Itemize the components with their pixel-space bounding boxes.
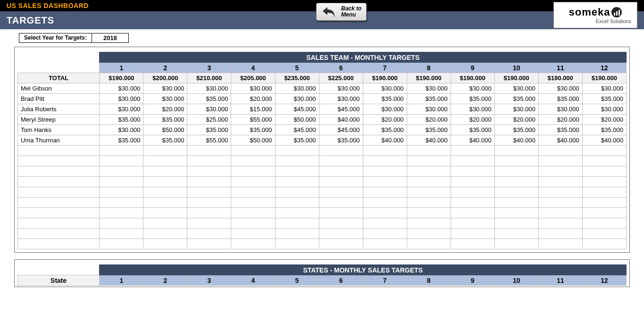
person-name-cell[interactable] [18,198,100,208]
target-cell[interactable] [582,239,626,249]
target-cell[interactable]: $40.000 [538,135,582,146]
target-cell[interactable]: $20.000 [143,104,187,115]
target-cell[interactable] [100,166,143,177]
target-cell[interactable] [538,239,582,249]
target-cell[interactable] [494,146,538,156]
person-name-cell[interactable]: Uma Thurman [18,135,100,146]
target-cell[interactable]: $15.000 [231,104,275,115]
target-cell[interactable]: $20.000 [231,94,275,104]
target-cell[interactable] [407,166,451,177]
target-cell[interactable] [275,187,319,198]
target-cell[interactable] [187,177,231,187]
person-name-cell[interactable] [18,239,100,249]
target-cell[interactable]: $30.000 [407,83,451,94]
target-cell[interactable] [363,239,407,249]
target-cell[interactable] [231,156,275,166]
person-name-cell[interactable] [18,229,100,239]
target-cell[interactable]: $30.000 [451,104,494,115]
target-cell[interactable] [275,239,319,249]
target-cell[interactable]: $30.000 [275,94,319,104]
target-cell[interactable] [275,229,319,239]
target-cell[interactable]: $50.000 [231,135,275,146]
target-cell[interactable]: $30.000 [231,83,275,94]
target-cell[interactable]: $55.000 [231,115,275,125]
person-name-cell[interactable] [18,156,100,166]
target-cell[interactable] [582,177,626,187]
target-cell[interactable]: $30.000 [143,83,187,94]
target-cell[interactable] [319,156,363,166]
target-cell[interactable]: $35.000 [582,125,626,135]
target-cell[interactable] [451,208,494,218]
target-cell[interactable]: $35.000 [407,125,451,135]
target-cell[interactable] [451,239,494,249]
target-cell[interactable] [494,156,538,166]
target-cell[interactable] [319,239,363,249]
target-cell[interactable] [538,156,582,166]
target-cell[interactable] [143,198,187,208]
target-cell[interactable]: $30.000 [143,94,187,104]
target-cell[interactable] [451,156,494,166]
target-cell[interactable] [494,218,538,229]
target-cell[interactable] [100,187,143,198]
target-cell[interactable]: $30.000 [363,104,407,115]
target-cell[interactable]: $20.000 [451,115,494,125]
target-cell[interactable]: $40.000 [407,135,451,146]
target-cell[interactable] [407,187,451,198]
target-cell[interactable] [494,187,538,198]
target-cell[interactable]: $35.000 [451,94,494,104]
target-cell[interactable] [538,166,582,177]
target-cell[interactable] [319,198,363,208]
target-cell[interactable] [451,229,494,239]
target-cell[interactable]: $30.000 [407,104,451,115]
person-name-cell[interactable]: Tom Hanks [18,125,100,135]
target-cell[interactable]: $35.000 [538,94,582,104]
target-cell[interactable] [494,208,538,218]
target-cell[interactable] [319,229,363,239]
target-cell[interactable]: $35.000 [494,125,538,135]
target-cell[interactable]: $35.000 [275,135,319,146]
target-cell[interactable]: $45.000 [275,104,319,115]
target-cell[interactable]: $30.000 [100,104,143,115]
person-name-cell[interactable]: Brad Pitt [18,94,100,104]
target-cell[interactable] [363,146,407,156]
target-cell[interactable] [143,208,187,218]
target-cell[interactable]: $55.000 [187,135,231,146]
target-cell[interactable]: $30.000 [582,83,626,94]
target-cell[interactable] [143,218,187,229]
target-cell[interactable]: $35.000 [363,94,407,104]
target-cell[interactable] [451,177,494,187]
target-cell[interactable] [231,239,275,249]
target-cell[interactable] [187,146,231,156]
target-cell[interactable] [451,187,494,198]
target-cell[interactable] [538,208,582,218]
target-cell[interactable] [363,218,407,229]
target-cell[interactable]: $30.000 [100,125,143,135]
target-cell[interactable] [143,177,187,187]
person-name-cell[interactable] [18,146,100,156]
target-cell[interactable]: $20.000 [582,115,626,125]
target-cell[interactable] [319,187,363,198]
target-cell[interactable] [100,208,143,218]
target-cell[interactable]: $30.000 [582,104,626,115]
target-cell[interactable]: $30.000 [363,83,407,94]
target-cell[interactable] [187,229,231,239]
target-cell[interactable] [100,218,143,229]
target-cell[interactable]: $40.000 [363,135,407,146]
target-cell[interactable]: $35.000 [494,94,538,104]
target-cell[interactable] [319,177,363,187]
target-cell[interactable] [407,218,451,229]
target-cell[interactable] [363,229,407,239]
target-cell[interactable]: $35.000 [187,94,231,104]
target-cell[interactable] [100,198,143,208]
target-cell[interactable]: $40.000 [319,115,363,125]
target-cell[interactable] [275,166,319,177]
target-cell[interactable] [231,166,275,177]
target-cell[interactable] [231,187,275,198]
target-cell[interactable]: $40.000 [494,135,538,146]
target-cell[interactable] [582,229,626,239]
target-cell[interactable] [494,177,538,187]
target-cell[interactable] [100,239,143,249]
target-cell[interactable]: $20.000 [494,115,538,125]
target-cell[interactable] [187,156,231,166]
target-cell[interactable] [100,229,143,239]
